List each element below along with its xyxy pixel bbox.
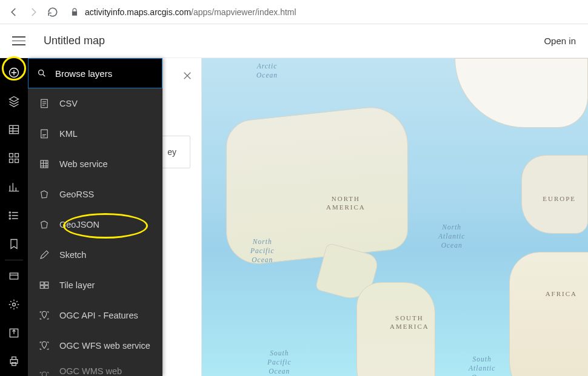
grid-icon	[39, 159, 50, 170]
forward-button[interactable]	[28, 7, 39, 18]
svg-rect-5	[15, 159, 19, 163]
label-south-america: SOUTHAMERICA	[390, 314, 429, 331]
label-north-america: NORTHAMERICA	[326, 194, 366, 212]
flyout-item-kml[interactable]: KML	[28, 119, 162, 149]
flyout-item-label: GeoRSS	[59, 190, 94, 199]
svg-rect-19	[40, 282, 44, 285]
rail-tables-button[interactable]	[0, 116, 28, 144]
flyout-item-label: OGC WMS web service	[59, 366, 152, 376]
map-canvas[interactable]: ArcticOcean NORTHAMERICA EUROPE NorthPac…	[202, 58, 588, 376]
flyout-item-label: Sketch	[59, 250, 86, 260]
flyout-item-label: Tile layer	[59, 280, 95, 290]
rail-add-layer-button[interactable]	[0, 58, 28, 87]
rail-save-button[interactable]	[0, 262, 28, 290]
rail-print-button[interactable]	[0, 348, 28, 376]
rail-bookmarks-button[interactable]	[0, 230, 28, 259]
tiles-icon	[39, 280, 50, 291]
svg-point-15	[39, 70, 44, 75]
svg-rect-18	[41, 160, 48, 168]
svg-rect-4	[10, 159, 13, 163]
flyout-item-georss[interactable]: GeoRSS	[28, 179, 162, 209]
label-north-pacific: NorthPacificOcean	[250, 237, 275, 265]
back-button[interactable]	[8, 7, 19, 18]
label-arctic-ocean: ArcticOcean	[256, 62, 278, 80]
svg-rect-1	[10, 126, 19, 134]
svg-rect-20	[45, 282, 48, 285]
app-header: Untitled map Open in	[0, 24, 588, 58]
rail-charts-button[interactable]	[0, 173, 28, 201]
flyout-item-ogc-api-features[interactable]: OGC API - Features	[28, 300, 162, 331]
browse-layers-search[interactable]: Browse layers	[28, 58, 162, 88]
lock-icon	[70, 8, 79, 16]
rail-properties-button[interactable]	[0, 290, 28, 318]
pin-bracket-icon	[39, 310, 50, 321]
rail-legend-button[interactable]	[0, 201, 28, 229]
flyout-item-web-service[interactable]: Web service	[28, 149, 162, 179]
label-south-pacific: SouthPacificOcean	[267, 349, 292, 376]
svg-point-6	[9, 212, 10, 213]
close-panel-button[interactable]	[183, 71, 192, 80]
flyout-item-label: KML	[59, 129, 78, 139]
polygon-icon	[39, 219, 50, 230]
flyout-item-label: CSV	[59, 99, 78, 108]
reload-button[interactable]	[47, 7, 58, 18]
svg-rect-21	[40, 286, 44, 289]
svg-rect-13	[12, 357, 16, 360]
browser-toolbar: activityinfo.maps.arcgis.com/apps/mapvie…	[0, 0, 588, 24]
pin-bracket-icon	[39, 371, 50, 376]
search-icon	[37, 68, 47, 78]
flyout-item-label: Web service	[59, 159, 108, 169]
pencil-icon	[39, 249, 50, 260]
menu-button[interactable]	[12, 35, 25, 48]
svg-point-8	[9, 218, 10, 219]
polygon-icon	[39, 189, 50, 200]
flyout-item-label: OGC WFS web service	[59, 341, 150, 351]
svg-rect-2	[10, 154, 13, 157]
flyout-item-sketch[interactable]: Sketch	[28, 240, 162, 270]
svg-point-7	[9, 215, 10, 216]
flyout-item-csv[interactable]: CSV	[28, 88, 162, 119]
search-placeholder: Browse layers	[55, 68, 112, 79]
flyout-item-ogc-wms[interactable]: OGC WMS web service	[28, 361, 162, 376]
rail-basemap-button[interactable]	[0, 144, 28, 173]
svg-rect-9	[10, 273, 18, 279]
add-layer-flyout: Browse layers CSV KML Web service GeoRSS…	[28, 58, 162, 376]
rail-share-button[interactable]	[0, 319, 28, 348]
url-text: activityinfo.maps.arcgis.com/apps/mapvie…	[85, 7, 296, 17]
rail-layers-button[interactable]	[0, 87, 28, 115]
flyout-item-label: GeoJSON	[59, 220, 99, 229]
address-bar[interactable]: activityinfo.maps.arcgis.com/apps/mapvie…	[67, 7, 580, 17]
svg-rect-3	[15, 154, 19, 157]
svg-point-10	[13, 303, 16, 306]
flyout-item-label: OGC API - Features	[59, 311, 138, 320]
file-csv-icon	[39, 98, 50, 109]
file-kml-icon	[39, 128, 50, 139]
open-in-link[interactable]: Open in	[544, 36, 576, 46]
flyout-item-tile-layer[interactable]: Tile layer	[28, 270, 162, 300]
flyout-item-geojson[interactable]: GeoJSON	[28, 209, 162, 240]
map-title: Untitled map	[44, 35, 105, 47]
svg-rect-17	[41, 130, 48, 138]
label-north-atlantic: NorthAtlanticOcean	[438, 223, 465, 250]
svg-rect-22	[45, 286, 48, 289]
label-south-atlantic: SouthAtlanticOcean	[469, 355, 495, 376]
pin-bracket-icon	[39, 340, 50, 351]
tool-rail	[0, 58, 28, 376]
flyout-item-ogc-wfs[interactable]: OGC WFS web service	[28, 331, 162, 361]
svg-rect-14	[12, 363, 16, 366]
rail-divider	[5, 260, 23, 260]
label-africa: AFRICA	[546, 289, 577, 298]
label-europe: EUROPE	[543, 194, 576, 203]
